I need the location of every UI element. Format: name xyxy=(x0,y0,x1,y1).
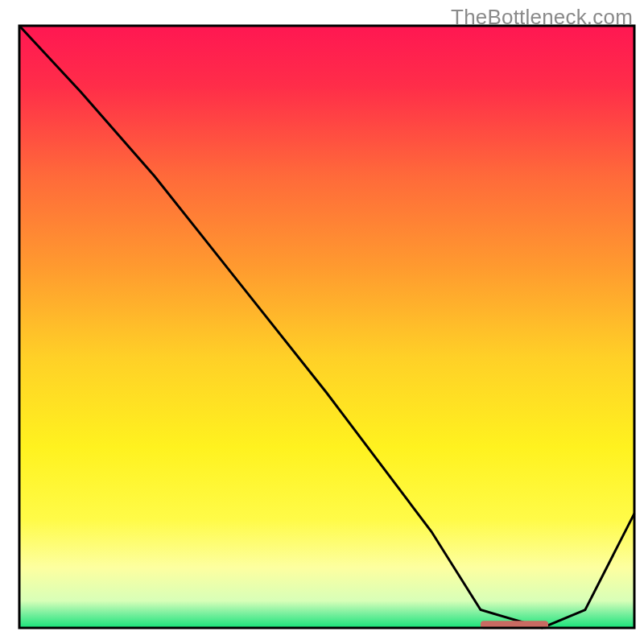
chart-frame: TheBottleneck.com xyxy=(0,0,644,644)
gradient-background xyxy=(19,26,634,628)
watermark-text: TheBottleneck.com xyxy=(451,5,633,30)
bottleneck-chart xyxy=(0,0,644,644)
